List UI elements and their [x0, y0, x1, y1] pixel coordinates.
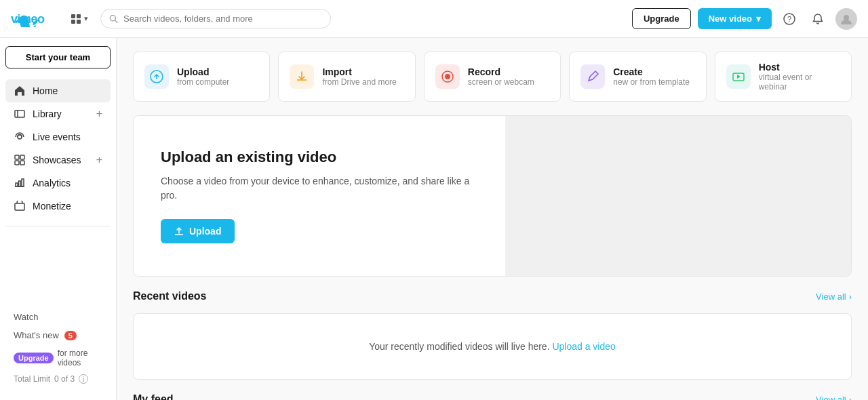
create-card-title: Create — [613, 66, 690, 77]
host-card-title: Host — [759, 62, 840, 73]
import-card-subtitle: from Drive and more — [322, 77, 396, 87]
start-team-button[interactable]: Start your team — [5, 46, 111, 68]
showcases-add-icon[interactable]: + — [96, 154, 102, 166]
action-card-record[interactable]: Record screen or webcam — [424, 52, 561, 102]
action-card-create[interactable]: Create new or from template — [569, 52, 706, 102]
home-label: Home — [33, 85, 102, 96]
workspace-switcher[interactable]: ▾ — [66, 11, 92, 27]
import-card-title: Import — [322, 66, 396, 77]
svg-line-6 — [115, 20, 118, 23]
hero-section: Upload an existing video Choose a video … — [133, 115, 852, 277]
sidebar-item-analytics[interactable]: Analytics — [5, 172, 111, 195]
sidebar-item-monetize[interactable]: Monetize — [5, 195, 111, 218]
svg-text:?: ? — [787, 15, 791, 23]
my-feed-view-all[interactable]: View all › — [816, 395, 852, 401]
sidebar-item-library[interactable]: Library + — [5, 102, 111, 125]
library-icon — [14, 108, 26, 120]
host-card-icon — [726, 64, 751, 89]
search-icon — [109, 14, 118, 24]
whats-new-badge: 5 — [64, 331, 77, 340]
svg-rect-16 — [20, 161, 24, 165]
hero-preview-area — [505, 116, 851, 276]
create-card-subtitle: new or from template — [613, 77, 690, 87]
monetize-icon — [14, 200, 26, 212]
showcases-label: Showcases — [33, 155, 90, 165]
hero-description: Choose a video from your device to enhan… — [161, 174, 478, 203]
total-limit-value: 0 of 3 — [54, 374, 75, 384]
search-input[interactable] — [123, 14, 322, 24]
hero-upload-button[interactable]: Upload — [161, 219, 235, 243]
svg-rect-19 — [19, 181, 21, 186]
host-card-subtitle: virtual event or webinar — [759, 73, 840, 92]
sidebar-item-live-events[interactable]: Live events — [5, 125, 111, 148]
search-bar[interactable] — [100, 9, 331, 28]
svg-rect-13 — [15, 155, 19, 159]
svg-rect-20 — [22, 179, 24, 186]
upload-btn-icon — [174, 226, 184, 236]
create-card-icon — [580, 64, 605, 89]
watch-label: Watch — [14, 312, 38, 322]
sidebar-item-showcases[interactable]: Showcases + — [5, 148, 111, 172]
total-limit: Total Limit 0 of 3 i — [5, 372, 111, 386]
svg-rect-1 — [71, 14, 75, 18]
main-content-area: Upload from computer Import from Drive a… — [117, 38, 868, 400]
recent-videos-view-all[interactable]: View all › — [816, 292, 852, 302]
upload-card-icon — [144, 64, 169, 89]
sidebar: Start your team Home Library + — [0, 38, 117, 400]
action-card-upload[interactable]: Upload from computer — [133, 52, 270, 102]
showcases-icon — [14, 154, 26, 166]
action-card-import[interactable]: Import from Drive and more — [278, 52, 415, 102]
notifications-button[interactable] — [807, 8, 829, 30]
live-events-label: Live events — [33, 132, 102, 142]
sidebar-item-watch[interactable]: Watch — [5, 308, 111, 326]
upgrade-tag: Upgrade — [14, 353, 54, 363]
svg-rect-10 — [15, 111, 24, 117]
svg-point-23 — [445, 74, 450, 79]
sidebar-item-whats-new[interactable]: What's new 5 — [5, 326, 111, 344]
upload-card-subtitle: from computer — [177, 77, 229, 87]
total-limit-label: Total Limit — [14, 374, 50, 384]
svg-point-5 — [110, 15, 115, 20]
avatar[interactable] — [835, 8, 857, 30]
recent-videos-title: Recent videos — [133, 290, 206, 302]
new-video-button[interactable]: New video ▾ — [698, 8, 772, 29]
upgrade-suffix: for more videos — [58, 348, 102, 367]
svg-text:vimeo: vimeo — [11, 12, 45, 26]
help-button[interactable]: ? — [778, 8, 800, 30]
hero-left: Upload an existing video Choose a video … — [134, 116, 505, 276]
sidebar-item-home[interactable]: Home — [5, 79, 111, 102]
upload-video-link[interactable]: Upload a video — [552, 341, 615, 352]
sidebar-upgrade-row[interactable]: Upgrade for more videos — [5, 344, 111, 372]
svg-rect-18 — [16, 183, 18, 186]
import-card-icon — [290, 64, 314, 89]
library-label: Library — [33, 108, 90, 119]
home-icon — [14, 85, 26, 97]
analytics-label: Analytics — [33, 178, 102, 188]
library-add-icon[interactable]: + — [96, 108, 102, 120]
svg-rect-4 — [77, 20, 81, 24]
svg-point-9 — [844, 15, 849, 20]
analytics-icon — [14, 177, 26, 189]
whats-new-label: What's new — [14, 330, 59, 340]
workspace-chevron: ▾ — [84, 14, 88, 23]
monetize-label: Monetize — [33, 201, 102, 212]
my-feed-title: My feed — [133, 393, 174, 400]
svg-rect-3 — [71, 20, 75, 24]
svg-rect-14 — [20, 155, 24, 159]
record-card-subtitle: screen or webcam — [468, 77, 534, 87]
vimeo-logo[interactable]: vimeo — [11, 11, 58, 27]
upgrade-button[interactable]: Upgrade — [632, 8, 691, 29]
action-cards-row: Upload from computer Import from Drive a… — [133, 52, 852, 102]
recent-videos-section: Recent videos View all › Your recently m… — [133, 290, 852, 380]
svg-rect-2 — [77, 14, 81, 18]
svg-rect-21 — [15, 203, 24, 210]
upload-card-title: Upload — [177, 66, 229, 77]
record-card-title: Record — [468, 66, 534, 77]
record-card-icon — [435, 64, 460, 89]
svg-rect-15 — [15, 161, 19, 165]
live-events-icon — [14, 131, 26, 143]
total-limit-info-icon[interactable]: i — [79, 374, 88, 384]
recent-videos-empty: Your recently modified videos will live … — [133, 313, 852, 380]
my-feed-section: My feed View all › Staff Pick Staff Pick… — [133, 393, 852, 400]
action-card-host[interactable]: Host virtual event or webinar — [715, 52, 852, 102]
